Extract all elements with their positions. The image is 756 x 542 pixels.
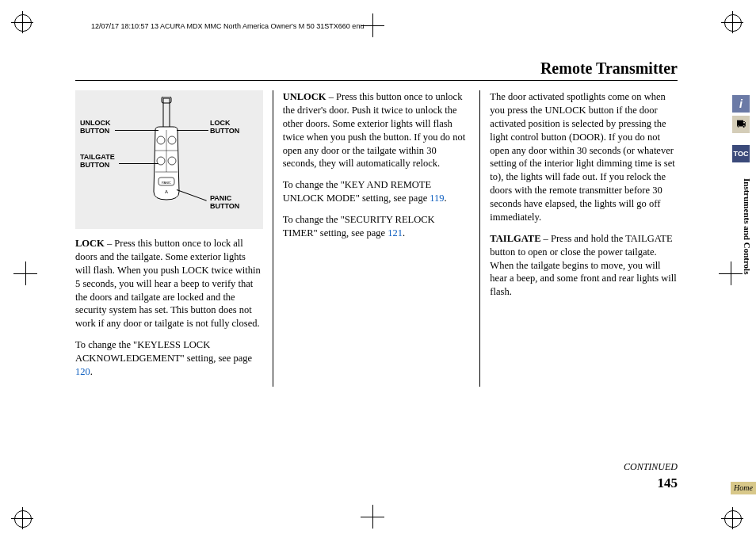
registration-mark (14, 14, 32, 32)
lock-button-label: LOCKBUTTON (210, 120, 239, 136)
registration-mark (724, 510, 742, 528)
page-link-120[interactable]: 120 (75, 366, 90, 377)
spotlights-paragraph: The door activated spotlights come on wh… (490, 90, 678, 224)
svg-text:A: A (165, 189, 168, 194)
relock-timer-paragraph: To change the "SECURITY RELOCK TIMER" se… (283, 213, 471, 240)
text-columns: PANIC A UNLOCKBUTTON LOCKBUTTON TAILGATE… (75, 90, 678, 387)
keyless-ack-paragraph: To change the "KEYLESS LOCK ACKNOWLEDGEM… (75, 338, 263, 379)
page-number: 145 (658, 475, 678, 491)
page-link-121[interactable]: 121 (388, 227, 403, 239)
leader-line (115, 130, 158, 131)
crop-mark (361, 13, 384, 37)
home-tab[interactable]: Home (731, 482, 756, 494)
unlock-button-label: UNLOCKBUTTON (80, 120, 116, 136)
page-content: Remote Transmitter PANIC A (75, 59, 678, 487)
unlock-mode-paragraph: To change the "KEY AND REMOTE UNLOCK MOD… (283, 178, 471, 205)
crop-mark (13, 261, 37, 285)
info-tab[interactable]: i (732, 95, 750, 113)
crop-mark (719, 261, 743, 285)
leader-line (119, 163, 158, 164)
page-title: Remote Transmitter (75, 59, 678, 81)
car-tab[interactable]: ⛟ (732, 116, 750, 133)
page-link-119[interactable]: 119 (430, 193, 444, 204)
tailgate-button-label: TAILGATEBUTTON (80, 154, 120, 170)
registration-mark (724, 14, 742, 32)
registration-mark (14, 510, 32, 528)
section-side-label: Instruments and Controls (743, 178, 752, 274)
continued-label: CONTINUED (624, 461, 678, 473)
svg-text:PANIC: PANIC (162, 181, 171, 185)
tailgate-paragraph: TAILGATE – Press and hold the TAILGATE b… (490, 232, 678, 299)
side-tabs: i ⛟ TOC (732, 95, 756, 166)
remote-diagram: PANIC A UNLOCKBUTTON LOCKBUTTON TAILGATE… (75, 90, 263, 229)
toc-tab[interactable]: TOC (732, 145, 750, 162)
crop-mark (361, 505, 384, 529)
panic-button-label: PANICBUTTON (210, 195, 239, 211)
column-3: The door activated spotlights come on wh… (479, 90, 678, 387)
lock-paragraph: LOCK – Press this button once to lock al… (75, 237, 263, 330)
unlock-paragraph: UNLOCK – Press this button once to unloc… (283, 90, 471, 170)
leader-line (177, 130, 208, 131)
column-2: UNLOCK – Press this button once to unloc… (273, 90, 480, 387)
column-1: PANIC A UNLOCKBUTTON LOCKBUTTON TAILGATE… (75, 90, 273, 387)
key-fob-illustration: PANIC A (151, 97, 182, 204)
print-header: 12/07/17 18:10:57 13 ACURA MDX MMC North… (91, 22, 364, 30)
